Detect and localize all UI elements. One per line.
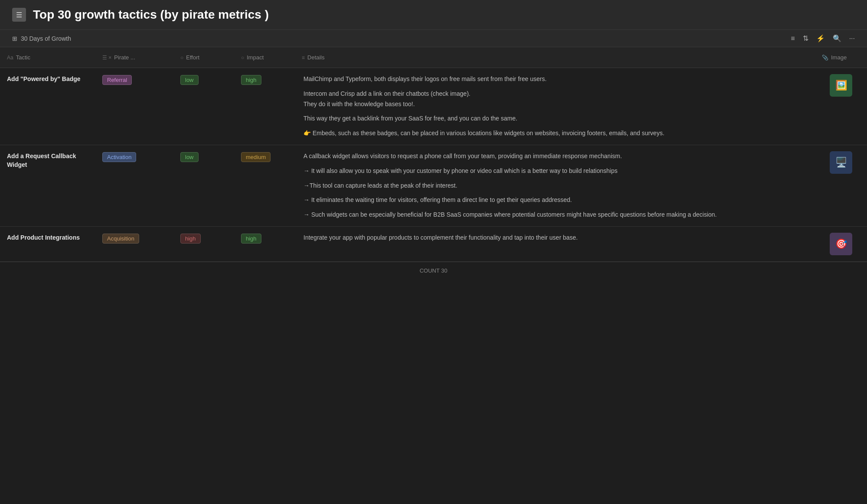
- filter-icon[interactable]: ≡: [791, 35, 795, 42]
- toolbar: ⊞ 30 Days of Growth ≡ ⇅ ⚡ 🔍 ···: [0, 30, 867, 47]
- pirate-metric-cell: Acquisition: [95, 227, 173, 250]
- col-impact-icon: ○: [241, 55, 244, 61]
- table-body: Add "Powered by" Badge Referral low high…: [0, 68, 867, 262]
- col-tactic[interactable]: Aa Tactic: [0, 52, 95, 63]
- col-pirate[interactable]: ☰ × Pirate ...: [95, 52, 173, 63]
- page-title: Top 30 growth tactics (by pirate metrics…: [33, 8, 269, 22]
- table-row: Add "Powered by" Badge Referral low high…: [0, 68, 867, 145]
- impact-badge[interactable]: high: [241, 75, 261, 85]
- image-cell[interactable]: 🎯: [815, 227, 867, 261]
- table-row: Add Product Integrations Acquisition hig…: [0, 227, 867, 262]
- col-image-icon: 📎: [822, 55, 828, 61]
- image-cell[interactable]: 🖼️: [815, 68, 867, 103]
- database-name[interactable]: 30 Days of Growth: [21, 35, 71, 42]
- pirate-metric-cell: Referral: [95, 68, 173, 91]
- detail-text-2: → It will also allow you to speak with y…: [303, 166, 806, 176]
- effort-badge[interactable]: low: [180, 75, 199, 85]
- tactic-name[interactable]: Add a Request Callback Widget: [0, 145, 95, 175]
- detail-text-1: Integrate your app with popular products…: [303, 233, 806, 243]
- pirate-metric-cell: Activation: [95, 145, 173, 168]
- page-icon: ☰: [12, 8, 26, 22]
- col-tactic-icon: Aa: [7, 55, 13, 61]
- impact-cell: high: [234, 68, 295, 91]
- col-effort-icon: ○: [180, 55, 183, 61]
- col-tactic-label: Tactic: [16, 54, 30, 61]
- effort-badge[interactable]: high: [180, 234, 201, 244]
- detail-text-3: →This tool can capture leads at the peak…: [303, 181, 806, 191]
- tactic-name[interactable]: Add Product Integrations: [0, 227, 95, 248]
- image-thumbnail[interactable]: 🎯: [830, 233, 852, 255]
- effort-badge[interactable]: low: [180, 152, 199, 162]
- effort-cell: high: [173, 227, 234, 250]
- effort-cell: low: [173, 68, 234, 91]
- col-details-label: Details: [307, 54, 325, 61]
- pirate-badge[interactable]: Referral: [102, 75, 132, 85]
- table-row: Add a Request Callback Widget Activation…: [0, 145, 867, 227]
- toolbar-left: ⊞ 30 Days of Growth: [12, 35, 71, 42]
- detail-text-4: 👉 Embeds, such as these badges, can be p…: [303, 128, 806, 139]
- col-impact[interactable]: ○ Impact: [234, 52, 295, 63]
- detail-text-5: → Such widgets can be especially benefic…: [303, 210, 806, 220]
- sort-icon[interactable]: ⇅: [803, 34, 808, 42]
- details-cell: Integrate your app with popular products…: [295, 227, 815, 249]
- detail-text-3: This way they get a backlink from your S…: [303, 114, 806, 124]
- more-icon[interactable]: ···: [849, 35, 855, 42]
- col-effort-label: Effort: [186, 54, 199, 61]
- image-thumbnail[interactable]: 🖥️: [830, 151, 852, 174]
- impact-badge[interactable]: medium: [241, 152, 271, 162]
- col-image[interactable]: 📎 Image: [815, 52, 867, 63]
- page-header: ☰ Top 30 growth tactics (by pirate metri…: [0, 0, 867, 30]
- col-pirate-label: Pirate ...: [114, 54, 135, 61]
- col-effort[interactable]: ○ Effort: [173, 52, 234, 63]
- bolt-icon[interactable]: ⚡: [816, 34, 825, 42]
- image-cell[interactable]: 🖥️: [815, 145, 867, 180]
- pirate-badge[interactable]: Acquisition: [102, 234, 139, 244]
- table-header: Aa Tactic ☰ × Pirate ... ○ Effort ○ Impa…: [0, 47, 867, 68]
- impact-cell: high: [234, 227, 295, 250]
- search-icon[interactable]: 🔍: [833, 34, 841, 42]
- col-impact-label: Impact: [247, 54, 264, 61]
- impact-cell: medium: [234, 145, 295, 168]
- footer-count: COUNT 30: [0, 262, 867, 279]
- details-cell: A callback widget allows visitors to req…: [295, 145, 815, 226]
- col-image-label: Image: [831, 54, 847, 61]
- details-cell: MailChimp and Typeform, both displays th…: [295, 68, 815, 145]
- tactic-name[interactable]: Add "Powered by" Badge: [0, 68, 95, 90]
- detail-text-4: → It eliminates the waiting time for vis…: [303, 195, 806, 205]
- image-thumbnail[interactable]: 🖼️: [830, 74, 852, 97]
- col-details[interactable]: ≡ Details: [295, 52, 815, 63]
- pirate-badge[interactable]: Activation: [102, 152, 136, 162]
- database-icon: ⊞: [12, 35, 17, 42]
- effort-cell: low: [173, 145, 234, 168]
- col-details-icon: ≡: [302, 55, 305, 61]
- col-pirate-icon: ☰ ×: [102, 55, 111, 61]
- count-label: COUNT 30: [420, 267, 447, 274]
- impact-badge[interactable]: high: [241, 234, 261, 244]
- detail-text-1: A callback widget allows visitors to req…: [303, 151, 806, 162]
- detail-text-2: Intercom and Crisp add a link on their c…: [303, 89, 806, 110]
- toolbar-right: ≡ ⇅ ⚡ 🔍 ···: [791, 34, 855, 42]
- detail-text-1: MailChimp and Typeform, both displays th…: [303, 74, 806, 85]
